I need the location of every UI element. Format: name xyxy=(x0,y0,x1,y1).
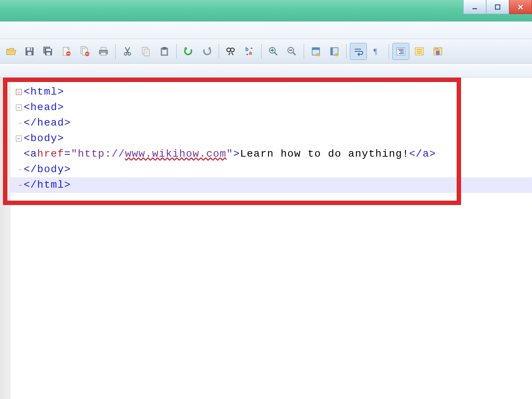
fold-toggle-icon[interactable]: − xyxy=(16,89,22,95)
code-token: www.wikihow.com xyxy=(125,146,227,162)
menubar xyxy=(0,21,532,39)
svg-rect-35 xyxy=(312,48,320,50)
toolbar: ba ¶ xyxy=(0,39,532,64)
svg-rect-26 xyxy=(163,47,166,49)
find-replace-icon[interactable]: ba xyxy=(241,43,258,59)
show-all-chars-icon[interactable]: ¶ xyxy=(369,43,385,59)
svg-point-22 xyxy=(128,52,131,55)
code-token: <a xyxy=(24,146,37,162)
svg-rect-4 xyxy=(28,52,31,55)
code-token: <head> xyxy=(24,100,64,115)
copy-icon[interactable] xyxy=(138,43,154,59)
indent-guide-icon[interactable] xyxy=(393,43,409,59)
toolbar-separator xyxy=(304,44,304,59)
svg-rect-3 xyxy=(27,48,32,51)
sync-horizontal-icon[interactable] xyxy=(326,43,342,59)
toolbar-separator xyxy=(115,44,116,59)
code-line[interactable]: − <body> xyxy=(10,131,532,146)
word-wrap-icon[interactable] xyxy=(350,43,366,59)
code-line[interactable]: − <html> xyxy=(10,84,532,100)
find-icon[interactable] xyxy=(223,43,239,59)
svg-point-29 xyxy=(231,48,234,52)
svg-rect-16 xyxy=(86,54,89,54)
code-line[interactable]: − <head> xyxy=(10,100,532,115)
code-token: "http:// xyxy=(71,146,125,162)
sync-vertical-icon[interactable] xyxy=(308,43,324,59)
code-token: <html> xyxy=(24,84,64,100)
code-token: " xyxy=(226,146,233,162)
toolbar-separator xyxy=(346,44,347,59)
toolbar-separator xyxy=(176,44,177,59)
window-controls xyxy=(463,0,532,14)
code-token: Learn how to do anything! xyxy=(240,146,409,162)
toolbar-separator xyxy=(389,44,389,59)
svg-rect-5 xyxy=(30,48,31,50)
svg-point-39 xyxy=(336,54,337,55)
folder-view-icon[interactable] xyxy=(430,43,446,59)
close-button[interactable] xyxy=(509,0,532,14)
fold-toggle-icon[interactable]: − xyxy=(16,105,22,110)
code-token: </head> xyxy=(24,115,71,131)
minimize-button[interactable] xyxy=(463,0,486,14)
tab-bar xyxy=(0,64,532,78)
titlebar xyxy=(0,0,532,21)
close-file-icon[interactable] xyxy=(58,43,75,59)
svg-rect-0 xyxy=(473,8,477,9)
svg-text:b: b xyxy=(245,46,249,52)
fold-gutter[interactable]: − xyxy=(14,89,24,95)
print-icon[interactable] xyxy=(95,43,112,59)
svg-rect-19 xyxy=(101,52,106,55)
svg-point-36 xyxy=(318,54,318,55)
editor[interactable]: − <html> − <head> </head> xyxy=(0,78,532,399)
code-token: = xyxy=(64,146,71,162)
save-icon[interactable] xyxy=(21,43,38,59)
svg-point-21 xyxy=(125,52,127,55)
code-token: <body> xyxy=(24,131,64,146)
svg-rect-17 xyxy=(101,47,106,50)
code-token: href xyxy=(37,146,64,162)
code-token: </a> xyxy=(409,146,436,162)
svg-rect-44 xyxy=(436,51,440,55)
svg-rect-38 xyxy=(331,48,333,55)
save-all-icon[interactable] xyxy=(40,43,56,59)
svg-rect-9 xyxy=(47,52,50,55)
svg-point-20 xyxy=(106,51,106,51)
code-area[interactable]: − <html> − <head> </head> xyxy=(10,78,532,193)
zoom-out-icon[interactable] xyxy=(284,43,300,59)
svg-point-28 xyxy=(227,48,231,52)
code-token: > xyxy=(233,146,240,162)
zoom-in-icon[interactable] xyxy=(265,43,282,59)
svg-text:a: a xyxy=(249,50,252,56)
code-line[interactable]: </head> xyxy=(10,115,532,131)
paste-icon[interactable] xyxy=(156,43,173,59)
svg-rect-1 xyxy=(495,5,500,9)
maximize-button[interactable] xyxy=(486,0,509,14)
close-all-icon[interactable] xyxy=(77,43,93,59)
fold-gutter[interactable]: − xyxy=(14,105,24,110)
toolbar-separator xyxy=(261,44,262,59)
fold-gutter[interactable]: − xyxy=(14,136,24,141)
cut-icon[interactable] xyxy=(119,43,136,59)
function-list-icon[interactable] xyxy=(411,43,427,59)
undo-icon[interactable] xyxy=(180,43,197,59)
code-line[interactable]: <a href = "http://www.wikihow.com" > Lea… xyxy=(10,146,532,162)
svg-rect-27 xyxy=(162,50,167,54)
code-token: </body> xyxy=(24,162,71,177)
code-token: </html> xyxy=(24,177,71,193)
code-line[interactable]: </body> xyxy=(10,162,532,177)
open-icon[interactable] xyxy=(3,43,19,59)
code-line[interactable]: </html> xyxy=(10,177,532,193)
svg-text:¶: ¶ xyxy=(374,47,377,56)
toolbar-separator xyxy=(219,44,219,59)
svg-rect-12 xyxy=(67,53,70,54)
svg-rect-8 xyxy=(46,49,51,51)
fold-toggle-icon[interactable]: − xyxy=(16,136,22,141)
redo-icon[interactable] xyxy=(199,43,215,59)
line-number-gutter xyxy=(0,78,10,399)
